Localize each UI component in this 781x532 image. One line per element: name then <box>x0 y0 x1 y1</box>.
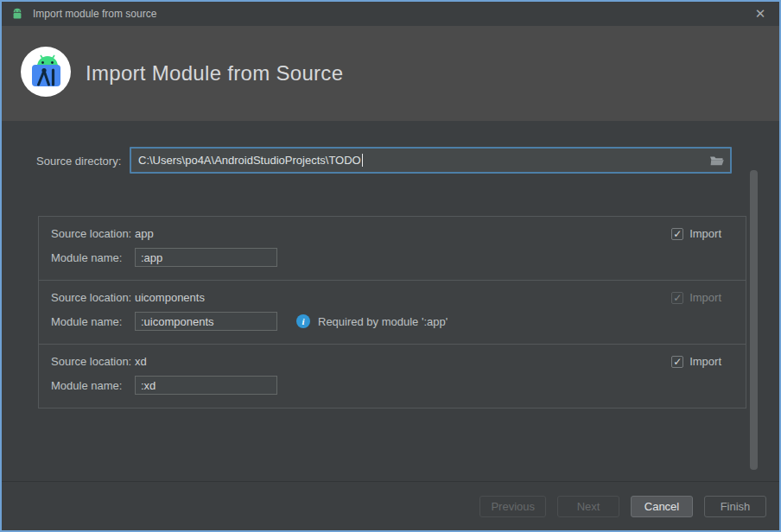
module-row-xd: Source location: xd Module name: ✓ Impor… <box>39 344 746 408</box>
wizard-header: Import Module from Source <box>2 26 779 121</box>
modules-panel: Source location: app Module name: ✓ Impo… <box>38 216 746 408</box>
android-icon <box>10 7 24 21</box>
page-title: Import Module from Source <box>86 61 343 86</box>
checkbox-checked-icon: ✓ <box>671 292 683 304</box>
source-location-label: Source location: <box>51 291 135 304</box>
window-title: Import module from source <box>33 8 156 20</box>
source-location-value: app <box>135 227 154 240</box>
finish-button[interactable]: Finish <box>704 496 766 517</box>
title-bar: Import module from source ✕ <box>2 2 779 26</box>
cancel-button[interactable]: Cancel <box>631 496 693 517</box>
module-row-uicomponents: Source location: uicomponents Module nam… <box>39 280 746 344</box>
module-name-input[interactable] <box>135 376 277 395</box>
module-note: i Required by module ':app' <box>296 314 448 328</box>
source-location-label: Source location: <box>51 227 135 240</box>
module-name-input[interactable] <box>135 312 277 331</box>
checkbox-checked-icon[interactable]: ✓ <box>671 356 683 368</box>
source-directory-row: Source directory: C:\Users\po4A\AndroidS… <box>2 147 779 174</box>
source-location-value: xd <box>135 355 147 368</box>
import-checkbox-app[interactable]: ✓ Import <box>671 227 721 240</box>
import-module-dialog: Import module from source ✕ Import Modul… <box>0 0 781 532</box>
android-studio-logo-icon <box>21 47 71 97</box>
import-checkbox-xd[interactable]: ✓ Import <box>671 355 721 368</box>
module-name-label: Module name: <box>51 315 135 328</box>
import-label: Import <box>689 355 721 368</box>
vertical-scrollbar[interactable] <box>750 170 758 470</box>
source-directory-label: Source directory: <box>36 155 121 168</box>
module-row-app: Source location: app Module name: ✓ Impo… <box>39 217 746 280</box>
required-by-note: Required by module ':app' <box>318 315 448 328</box>
source-location-value: uicomponents <box>135 291 205 304</box>
dialog-body: Source directory: C:\Users\po4A\AndroidS… <box>2 121 779 481</box>
checkbox-checked-icon[interactable]: ✓ <box>671 228 683 240</box>
browse-folder-icon[interactable] <box>709 155 725 167</box>
source-location-label: Source location: <box>51 355 135 368</box>
import-label: Import <box>689 291 721 304</box>
button-bar: Previous Next Cancel Finish <box>2 481 779 530</box>
close-icon[interactable]: ✕ <box>741 2 779 26</box>
info-icon: i <box>296 314 310 328</box>
next-button[interactable]: Next <box>557 496 619 517</box>
module-name-label: Module name: <box>51 251 135 264</box>
module-name-label: Module name: <box>51 379 135 392</box>
previous-button[interactable]: Previous <box>479 496 546 517</box>
import-checkbox-uicomponents: ✓ Import <box>671 291 721 304</box>
text-caret <box>362 154 363 167</box>
module-name-input[interactable] <box>135 248 277 267</box>
source-directory-input[interactable]: C:\Users\po4A\AndroidStudioProjects\TODO <box>130 147 732 174</box>
import-label: Import <box>689 227 721 240</box>
source-directory-value: C:\Users\po4A\AndroidStudioProjects\TODO <box>138 154 361 167</box>
